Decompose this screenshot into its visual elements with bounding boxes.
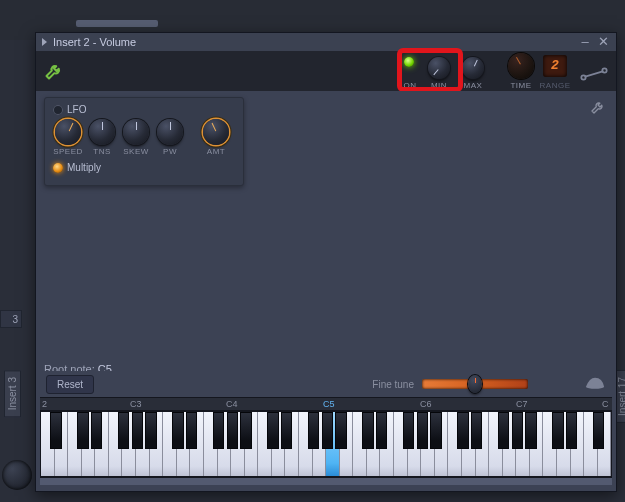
black-key[interactable] (240, 412, 251, 449)
black-key[interactable] (566, 412, 577, 449)
max-label: MAX (464, 81, 483, 90)
pw-wrapper: PW (155, 119, 185, 156)
black-key[interactable] (50, 412, 61, 449)
ruler-mark: C4 (226, 399, 238, 409)
bg-channel-number: 3 (0, 310, 22, 328)
ruler-mark-selected: C5 (323, 399, 335, 409)
fine-tune-label: Fine tune (372, 379, 414, 390)
window-title: Insert 2 - Volume (53, 36, 136, 48)
black-key[interactable] (512, 412, 523, 449)
lfo-enable-led[interactable] (53, 105, 63, 115)
fine-tune-slider[interactable] (422, 379, 528, 389)
pw-label: PW (163, 147, 177, 156)
min-label: MIN (431, 81, 447, 90)
skew-wrapper: SKEW (121, 119, 151, 156)
black-key[interactable] (322, 412, 333, 449)
fine-tune-wrapper: Fine tune (372, 376, 606, 392)
time-label: TIME (510, 81, 531, 90)
black-key[interactable] (77, 412, 88, 449)
bg-insert3-label[interactable]: Insert 3 (4, 370, 21, 417)
black-key[interactable] (552, 412, 563, 449)
ruler-mark: C (602, 399, 609, 409)
black-key[interactable] (593, 412, 604, 449)
range-wrapper: 2 RANGE (540, 55, 570, 90)
speed-knob[interactable] (55, 119, 81, 145)
skew-knob[interactable] (123, 119, 149, 145)
preview-note-icon[interactable] (584, 376, 606, 392)
lfo-header: LFO (53, 104, 235, 115)
black-key[interactable] (172, 412, 183, 449)
titlebar[interactable]: Insert 2 - Volume – ✕ (36, 33, 616, 51)
black-key[interactable] (145, 412, 156, 449)
black-key[interactable] (457, 412, 468, 449)
black-key[interactable] (91, 412, 102, 449)
black-key[interactable] (335, 412, 346, 449)
body: LFO SPEED TNS SKEW (36, 91, 616, 491)
time-knob[interactable] (508, 53, 534, 79)
tns-label: TNS (93, 147, 111, 156)
titlebar-menu-icon[interactable] (42, 38, 47, 46)
piano-top: Reset Fine tune (40, 371, 612, 397)
black-key[interactable] (213, 412, 224, 449)
toolbar-right: ON MIN MAX TIME 2 RANGE (400, 53, 608, 90)
multiply-row[interactable]: Multiply (53, 162, 235, 173)
toolbar: ON MIN MAX TIME 2 RANGE (36, 51, 616, 91)
max-knob[interactable] (462, 57, 484, 79)
panel-wrench-icon[interactable] (590, 99, 606, 115)
black-key[interactable] (118, 412, 129, 449)
bg-scrollbar[interactable] (76, 20, 158, 27)
ruler-mark: C7 (516, 399, 528, 409)
black-key[interactable] (281, 412, 292, 449)
lfo-panel: LFO SPEED TNS SKEW (44, 97, 244, 186)
min-knob-wrapper: MIN (424, 57, 454, 90)
pw-knob[interactable] (157, 119, 183, 145)
reset-button[interactable]: Reset (46, 375, 94, 394)
black-key[interactable] (267, 412, 278, 449)
speed-label: SPEED (53, 147, 83, 156)
multiply-led[interactable] (53, 163, 63, 173)
on-label: ON (404, 81, 417, 90)
fine-tune-thumb[interactable] (468, 375, 482, 393)
piano-scrollbar-thumb[interactable] (40, 478, 612, 485)
black-key[interactable] (498, 412, 509, 449)
black-key[interactable] (362, 412, 373, 449)
piano-keyboard[interactable] (40, 411, 612, 477)
range-value[interactable]: 2 (543, 55, 567, 77)
black-key[interactable] (308, 412, 319, 449)
time-knob-wrapper: TIME (506, 53, 536, 90)
amt-label: AMT (207, 147, 225, 156)
piano-area: Reset Fine tune 2 C3 C (40, 371, 612, 485)
tns-knob[interactable] (89, 119, 115, 145)
bg-mixer-knob[interactable] (2, 460, 32, 490)
tns-wrapper: TNS (87, 119, 117, 156)
close-icon[interactable]: ✕ (596, 35, 610, 49)
skew-label: SKEW (123, 147, 149, 156)
background: 3 Insert 3 Insert 17 Insert 2 - Volume –… (0, 0, 625, 502)
black-key[interactable] (132, 412, 143, 449)
max-knob-wrapper: MAX (458, 57, 488, 90)
on-led[interactable] (404, 57, 414, 67)
piano-ruler: 2 C3 C4 C5 C6 C7 C (40, 397, 612, 411)
on-wrapper: ON (400, 57, 420, 90)
black-key[interactable] (417, 412, 428, 449)
ruler-mark: C6 (420, 399, 432, 409)
amt-knob[interactable] (203, 119, 229, 145)
wrench-icon[interactable] (44, 61, 64, 81)
black-key[interactable] (403, 412, 414, 449)
black-key[interactable] (227, 412, 238, 449)
ruler-mark: C3 (130, 399, 142, 409)
black-key[interactable] (525, 412, 536, 449)
link-icon[interactable] (580, 64, 608, 84)
minimize-icon[interactable]: – (578, 35, 592, 49)
range-label: RANGE (540, 81, 571, 90)
amt-wrapper: AMT (201, 119, 231, 156)
black-key[interactable] (186, 412, 197, 449)
piano-scrollbar[interactable] (40, 477, 612, 485)
controller-window: Insert 2 - Volume – ✕ ON MIN (35, 32, 617, 492)
black-key[interactable] (376, 412, 387, 449)
min-knob[interactable] (428, 57, 450, 79)
black-key[interactable] (430, 412, 441, 449)
speed-wrapper: SPEED (53, 119, 83, 156)
multiply-label: Multiply (67, 162, 101, 173)
black-key[interactable] (471, 412, 482, 449)
